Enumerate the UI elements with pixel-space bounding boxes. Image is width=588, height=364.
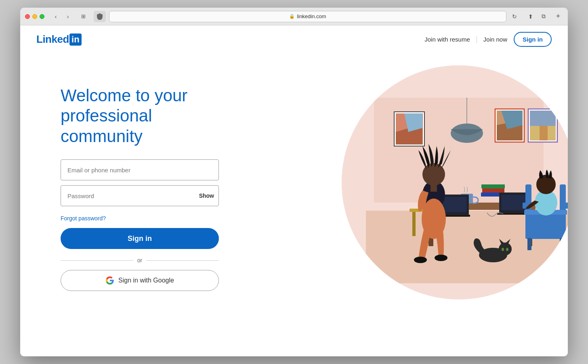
logo-box: in [69,33,82,46]
address-bar[interactable]: 🔒 linkedin.com [109,11,506,22]
header-nav: Join with resume Join now Sign in [424,32,552,47]
svg-rect-11 [540,126,548,140]
svg-point-36 [435,255,447,261]
address-bar-container: 🔒 linkedin.com ↻ [109,11,520,22]
google-sign-in-button[interactable]: Sign in with Google [61,270,219,291]
main-content: Welcome to your professional community S… [20,53,568,356]
close-button[interactable] [25,14,30,19]
divider-line-right [146,260,219,261]
forgot-password-link[interactable]: Forgot password? [61,215,106,222]
email-field-group [61,159,238,180]
browser-actions: ⬆ ⧉ [525,12,549,21]
svg-point-50 [506,248,508,251]
svg-point-48 [499,243,512,255]
illustration-circle [342,65,568,299]
svg-rect-33 [430,184,437,192]
svg-rect-17 [482,188,504,192]
password-input[interactable] [61,185,219,206]
illustration-svg [342,65,568,299]
right-section [238,61,552,303]
share-button[interactable]: ⬆ [525,12,536,21]
nav-buttons: ‹ › [50,12,74,21]
sign-in-button[interactable]: Sign in [61,228,219,249]
password-field-group: Show [61,185,238,206]
svg-rect-44 [560,238,564,250]
svg-rect-29 [412,212,416,236]
svg-rect-43 [527,238,531,250]
browser-titlebar: ‹ › ⊞ 🔒 linkedin.com ↻ ⬆ ⧉ + [20,8,568,25]
nav-divider [477,36,477,43]
svg-point-49 [502,248,504,251]
shield-button[interactable] [94,11,106,22]
svg-rect-42 [563,203,568,209]
traffic-lights [25,14,44,19]
password-wrapper: Show [61,185,219,206]
back-button[interactable]: ‹ [50,12,61,21]
join-with-resume-link[interactable]: Join with resume [424,36,470,43]
divider-text: or [137,257,142,264]
page-content: Linked in Join with resume Join now Sign… [20,25,568,356]
browser-window: ‹ › ⊞ 🔒 linkedin.com ↻ ⬆ ⧉ + Linked [20,8,568,356]
pip-button[interactable]: ⧉ [538,12,549,21]
forward-button[interactable]: › [62,12,74,21]
svg-point-46 [536,175,556,194]
maximize-button[interactable] [40,14,44,19]
site-header: Linked in Join with resume Join now Sign… [20,25,568,53]
google-icon [105,276,114,285]
reload-button[interactable]: ↻ [509,12,520,21]
sidebar-button[interactable]: ⊞ [78,12,89,21]
svg-rect-18 [481,184,505,188]
show-password-button[interactable]: Show [199,192,214,199]
left-section: Welcome to your professional community S… [61,61,238,291]
email-input[interactable] [61,159,219,180]
minimize-button[interactable] [32,14,37,19]
lock-icon: 🔒 [289,14,295,19]
svg-point-35 [414,257,427,263]
join-now-link[interactable]: Join now [483,36,507,43]
header-sign-in-button[interactable]: Sign in [514,32,552,47]
google-button-label: Sign in with Google [118,277,174,284]
svg-rect-10 [530,111,556,126]
add-tab-button[interactable]: + [553,12,563,21]
url-text: linkedin.com [297,13,326,19]
welcome-heading: Welcome to your professional community [61,86,238,146]
logo-text: Linked [36,33,69,46]
divider-row: or [61,257,219,264]
divider-line-left [61,260,133,261]
logo[interactable]: Linked in [36,33,82,46]
